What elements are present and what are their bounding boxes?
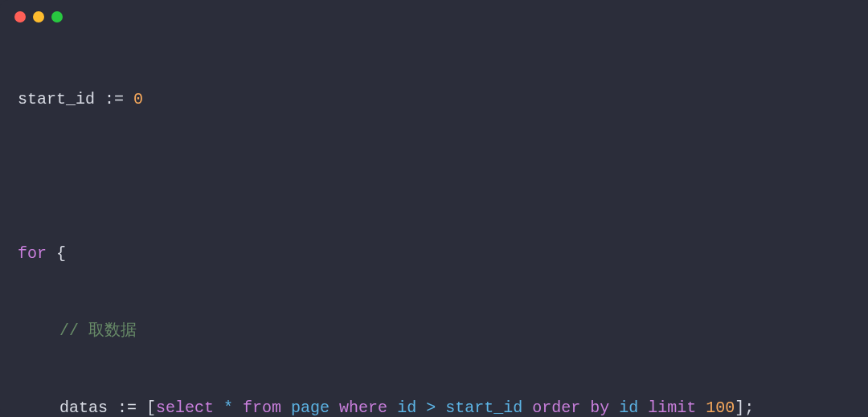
code-token: datas — [59, 399, 117, 417]
code-token: 100 — [706, 399, 735, 417]
code-token: [ — [146, 399, 156, 417]
zoom-icon[interactable] — [51, 11, 63, 22]
code-token: for — [18, 244, 47, 263]
code-token: page — [281, 399, 339, 417]
code-token: := — [104, 90, 133, 108]
code-token: limit — [648, 399, 696, 417]
code-token: 0 — [133, 90, 143, 108]
code-line — [18, 164, 850, 190]
code-token: order — [532, 399, 580, 417]
code-token: by — [590, 399, 609, 417]
code-token — [580, 399, 590, 417]
code-line: datas := [select * from page where id > … — [18, 395, 850, 417]
code-token: where — [339, 399, 387, 417]
code-token: ]; — [735, 399, 754, 417]
code-token: id > start_id — [387, 399, 532, 417]
code-token: from — [243, 399, 281, 417]
code-line: // 取数据 — [18, 318, 850, 344]
code-token: { — [47, 244, 66, 263]
code-line: for { — [18, 241, 850, 267]
minimize-icon[interactable] — [33, 11, 44, 22]
code-token: select — [156, 399, 214, 417]
close-icon[interactable] — [14, 11, 26, 22]
code-comment: // 取数据 — [59, 321, 137, 340]
code-token: := — [117, 399, 146, 417]
code-line: start_id := 0 — [18, 87, 850, 112]
code-token — [696, 399, 706, 417]
code-token: id — [609, 399, 648, 417]
code-editor: start_id := 0 for { // 取数据 datas := [sel… — [0, 26, 868, 417]
code-window: start_id := 0 for { // 取数据 datas := [sel… — [0, 0, 868, 417]
code-token: start_id — [18, 90, 104, 108]
code-token: * — [214, 399, 243, 417]
window-titlebar — [0, 0, 868, 26]
